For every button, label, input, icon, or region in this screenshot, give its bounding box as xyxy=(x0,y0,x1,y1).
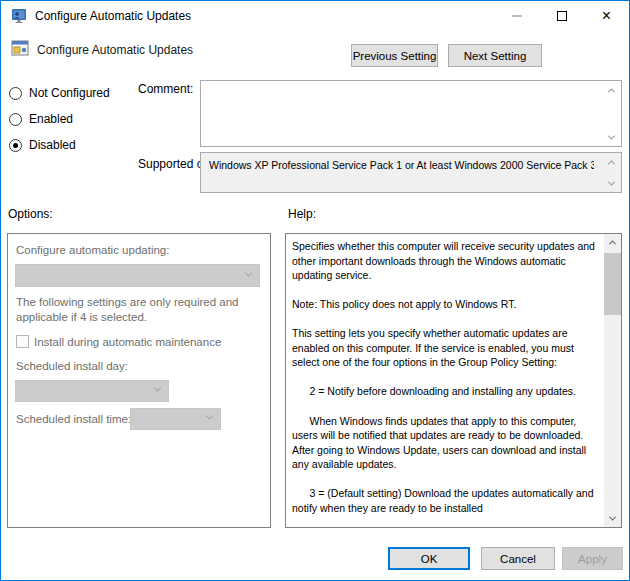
radio-disabled[interactable]: Disabled xyxy=(9,137,76,153)
window-title: Configure Automatic Updates xyxy=(35,9,191,23)
help-scrollbar[interactable] xyxy=(604,234,621,527)
policy-setting-icon xyxy=(11,39,29,57)
minimize-button[interactable] xyxy=(494,1,539,30)
maximize-button[interactable] xyxy=(539,1,584,30)
radio-label: Not Configured xyxy=(29,86,110,100)
options-panel: Configure automatic updating: The follow… xyxy=(7,233,271,528)
options-section-label: Options: xyxy=(8,207,53,221)
setting-title: Configure Automatic Updates xyxy=(37,43,193,57)
minimize-icon xyxy=(512,15,522,17)
comment-label: Comment: xyxy=(138,82,193,96)
dialog-window: Configure Automatic Updates × Configure … xyxy=(0,0,630,581)
maintenance-checkbox-label: Install during automatic maintenance xyxy=(34,336,221,348)
scrollbar-up-button[interactable] xyxy=(604,234,621,251)
scroll-up-icon[interactable] xyxy=(605,156,617,168)
options-note: The following settings are only required… xyxy=(16,295,238,325)
scroll-down-icon[interactable] xyxy=(605,131,617,143)
scroll-up-icon xyxy=(609,240,616,247)
next-setting-button[interactable]: Next Setting xyxy=(448,44,542,67)
radio-circle-icon xyxy=(9,87,22,100)
previous-setting-button[interactable]: Previous Setting xyxy=(351,44,438,67)
ok-button[interactable]: OK xyxy=(388,547,470,570)
chevron-down-icon xyxy=(245,269,252,276)
close-button[interactable]: × xyxy=(584,1,629,30)
radio-circle-icon xyxy=(9,113,22,126)
help-section-label: Help: xyxy=(288,207,316,221)
install-day-label: Scheduled install day: xyxy=(16,360,128,372)
scroll-down-icon[interactable] xyxy=(605,177,617,189)
chevron-down-icon xyxy=(154,385,161,392)
close-icon: × xyxy=(602,7,611,25)
configure-updating-select[interactable] xyxy=(15,264,260,287)
app-icon xyxy=(11,8,27,24)
radio-label: Disabled xyxy=(29,138,76,152)
chevron-down-icon xyxy=(206,413,213,420)
radio-label: Enabled xyxy=(29,112,73,126)
radio-enabled[interactable]: Enabled xyxy=(9,111,73,127)
configure-updating-label: Configure automatic updating: xyxy=(16,244,169,256)
radio-circle-selected-icon xyxy=(9,139,22,152)
scrollbar-thumb[interactable] xyxy=(604,253,621,315)
install-day-select[interactable] xyxy=(15,380,169,402)
maximize-icon xyxy=(557,11,567,21)
install-time-label: Scheduled install time: xyxy=(16,413,131,425)
scroll-up-icon[interactable] xyxy=(605,84,617,96)
help-panel: Specifies whether this computer will rec… xyxy=(285,233,622,528)
scroll-down-icon xyxy=(609,514,616,521)
comment-input[interactable] xyxy=(200,80,622,147)
apply-button[interactable]: Apply xyxy=(562,547,623,570)
install-time-select[interactable] xyxy=(130,408,221,430)
scrollbar-down-button[interactable] xyxy=(604,510,621,527)
maintenance-checkbox[interactable] xyxy=(16,335,29,348)
supported-on-box: Windows XP Professional Service Pack 1 o… xyxy=(200,152,622,193)
cancel-button[interactable]: Cancel xyxy=(481,547,555,570)
radio-not-configured[interactable]: Not Configured xyxy=(9,85,110,101)
titlebar: Configure Automatic Updates × xyxy=(1,1,629,31)
help-text: Specifies whether this computer will rec… xyxy=(286,234,604,527)
supported-on-value: Windows XP Professional Service Pack 1 o… xyxy=(209,159,594,171)
